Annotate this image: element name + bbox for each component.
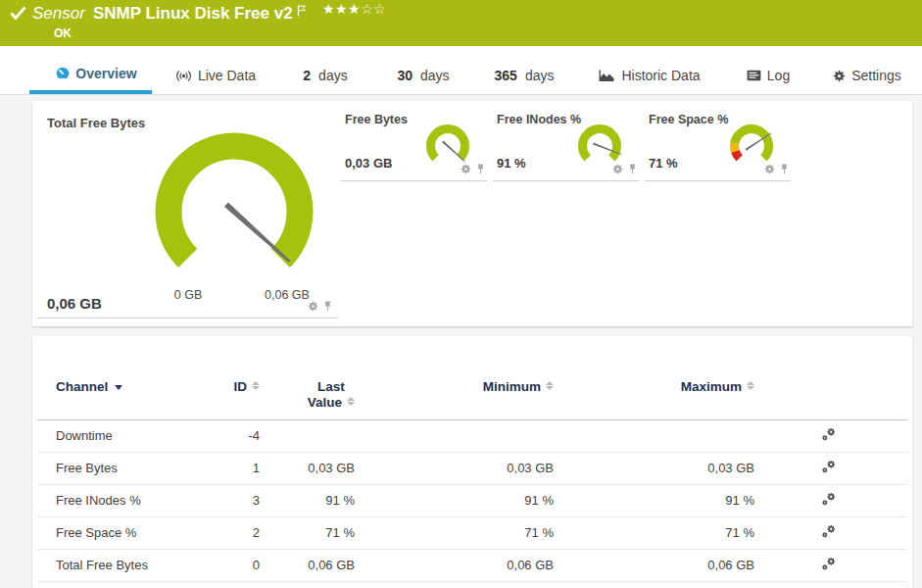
channel-settings-icon[interactable] [821,523,837,539]
channel-maximum: 91 % [554,484,754,516]
gauge-value: 71 % [649,156,678,171]
channel-id: -4 [211,419,260,452]
col-header-last-value[interactable]: LastValue [260,336,355,419]
tab-number: 2 [303,68,311,83]
channel-table: Channel ID LastValue Minimum Maximum Dow… [37,336,907,582]
pin-icon[interactable] [780,164,789,174]
table-row: Total Free Bytes 0 0,06 GB 0,06 GB 0,06 … [37,549,907,581]
gauge-free-bytes: Free Bytes 0,03 GB [341,111,487,181]
table-row: Free Bytes 1 0,03 GB 0,03 GB 0,03 GB [37,452,907,484]
pin-icon[interactable] [628,164,637,174]
channel-settings-icon[interactable] [821,491,837,507]
status-ok-check-icon [10,6,26,21]
sort-icon [252,381,260,390]
channel-maximum: 71 % [554,516,754,549]
table-row: Downtime -4 [37,419,907,452]
tab-label: Live Data [198,68,256,83]
gauge-free-inodes: Free INodes % 91 % [493,111,639,181]
gauge-title: Total Free Bytes [47,116,145,130]
tab-label: Overview [75,66,136,81]
gauge-scale-min: 0 GB [174,288,203,302]
pin-icon[interactable] [323,301,332,312]
tab-label: Historic Data [621,68,700,83]
channel-id: 0 [211,549,260,581]
col-header-minimum[interactable]: Minimum [355,336,554,419]
gauge-total-free-bytes: Total Free Bytes 0 GB 0,06 GB 0,06 GB [37,111,338,318]
tab-number: 365 [495,68,517,83]
channel-last-value: 91 % [260,484,355,516]
gauge-value: 91 % [497,156,526,171]
col-header-channel[interactable]: Channel [37,336,211,419]
area-chart-icon [599,70,615,82]
priority-stars[interactable]: ★★★☆☆ [322,1,386,17]
tab-settings[interactable]: Settings [827,45,907,94]
gauge-icon [56,67,70,80]
channel-settings-icon[interactable] [821,426,837,442]
gauge-title: Free Bytes [345,113,408,126]
channel-id: 2 [211,516,260,549]
tab-label: days [525,68,555,83]
gauge-settings-gear-icon[interactable] [612,164,623,174]
log-list-icon [747,70,761,81]
tab-historic-data[interactable]: Historic Data [592,45,707,94]
total-free-bytes-gauge [146,123,322,300]
sort-icon [747,381,754,390]
channel-maximum: 0,03 GB [554,452,754,484]
channel-last-value: 0,06 GB [260,549,355,581]
live-waves-icon [175,70,192,82]
channel-minimum: 0,03 GB [355,452,554,484]
channel-name: Free Bytes [37,452,211,484]
flag-icon[interactable] [297,2,307,22]
gauge-title: Free Space % [649,113,728,126]
channel-minimum: 0,06 GB [355,549,554,581]
gauge-settings-gear-icon[interactable] [764,164,775,174]
channel-name: Downtime [37,419,211,452]
channel-id: 3 [211,484,260,516]
table-row: Free Space % 2 71 % 71 % 71 % [37,516,907,549]
tab-number: 30 [397,68,412,83]
tab-live-data[interactable]: Live Data [167,45,265,94]
channel-table-panel: Channel ID LastValue Minimum Maximum Dow… [32,336,912,588]
col-header-id[interactable]: ID [211,336,260,419]
tab-overview[interactable]: Overview [29,45,152,94]
gauges-panel: Total Free Bytes 0 GB 0,06 GB 0,06 GB Fr… [32,101,912,326]
tab-30-days[interactable]: 30 days [388,45,459,94]
channel-minimum: 71 % [355,516,554,549]
pin-icon[interactable] [476,164,485,174]
channel-settings-icon[interactable] [821,459,837,474]
tab-365-days[interactable]: 365 days [485,45,563,94]
channel-name: Total Free Bytes [37,549,211,581]
sort-icon [546,381,554,390]
object-type-label: Sensor [32,4,85,23]
channel-last-value: 71 % [260,516,355,549]
channel-maximum [554,419,754,452]
channel-last-value [260,419,355,452]
channel-maximum: 0,06 GB [554,549,754,581]
chevron-down-icon [115,385,122,390]
gear-icon [833,70,846,82]
col-header-maximum[interactable]: Maximum [554,336,754,419]
table-header-row: Channel ID LastValue Minimum Maximum [37,336,907,419]
gauge-value: 0,06 GB [47,295,102,312]
channel-settings-icon[interactable] [821,556,837,571]
gauge-settings-gear-icon[interactable] [308,301,318,312]
tab-log[interactable]: Log [738,45,799,94]
tab-bar: Overview Live Data 2 days 30 days 365 da… [0,46,922,95]
page-title: SNMP Linux Disk Free v2 [93,4,293,23]
tab-label: Settings [851,68,901,83]
tab-2-days[interactable]: 2 days [294,45,357,94]
table-row: Free INodes % 3 91 % 91 % 91 % [37,484,907,516]
channel-id: 1 [211,452,260,484]
channel-name: Free INodes % [37,484,211,516]
channel-minimum [355,419,554,452]
gauge-settings-gear-icon[interactable] [461,164,471,174]
sort-icon [347,397,355,406]
tab-label: Log [767,68,790,83]
gauge-title: Free INodes % [497,113,581,126]
channel-minimum: 91 % [355,484,554,516]
sensor-header: SensorSNMP Linux Disk Free v2 ★★★☆☆ OK [0,0,922,46]
tab-label: days [420,68,450,83]
tab-label: days [318,68,348,83]
status-badge: OK [54,26,72,40]
gauge-free-space: Free Space % 71 % [645,111,791,181]
